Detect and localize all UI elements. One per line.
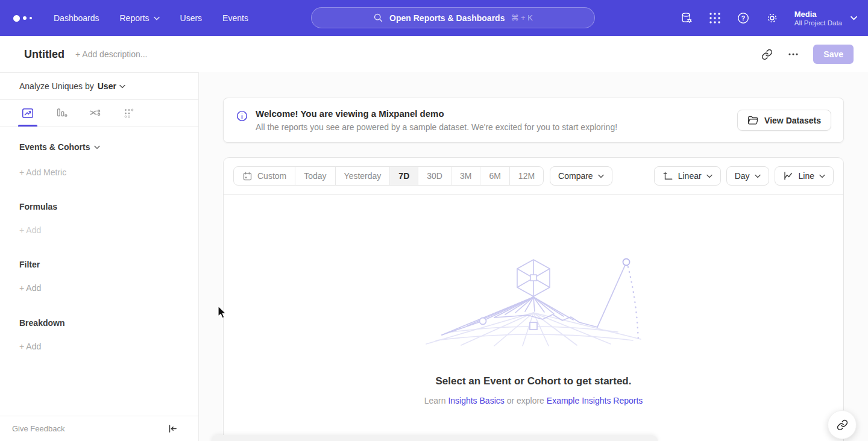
chart-toolbar: Custom Today Yesterday 7D 30D 3M 6M 12M … bbox=[224, 158, 843, 195]
banner-title: Welcome! You are viewing a Mixpanel demo bbox=[256, 108, 617, 119]
analyze-by-dropdown[interactable]: User bbox=[98, 81, 125, 91]
tab-line-chart[interactable] bbox=[18, 100, 37, 127]
save-button[interactable]: Save bbox=[813, 45, 854, 64]
chevron-down-icon bbox=[706, 174, 712, 178]
nav-item-events[interactable]: Events bbox=[222, 13, 248, 23]
view-datasets-button[interactable]: View Datasets bbox=[737, 110, 831, 131]
bottom-panel-edge bbox=[211, 435, 658, 441]
chart-type-label: Line bbox=[799, 171, 814, 181]
settings-gear-icon[interactable] bbox=[766, 11, 779, 25]
add-breakdown-button[interactable]: + Add bbox=[19, 342, 179, 351]
range-yesterday[interactable]: Yesterday bbox=[335, 167, 390, 185]
nav-links: Dashboards Reports Users Events bbox=[54, 13, 248, 23]
chevron-down-icon bbox=[119, 84, 125, 89]
chevron-down-icon bbox=[755, 174, 761, 178]
tab-metric-grid[interactable] bbox=[119, 100, 139, 127]
analyze-label: Analyze Uniques by bbox=[19, 81, 94, 91]
compare-button[interactable]: Compare bbox=[550, 166, 612, 186]
interval-dropdown[interactable]: Day bbox=[726, 166, 769, 186]
project-scope: All Project Data bbox=[794, 19, 842, 27]
top-nav: Dashboards Reports Users Events Open Rep… bbox=[0, 0, 868, 36]
range-7d[interactable]: 7D bbox=[389, 167, 418, 185]
report-header-actions: Save bbox=[756, 44, 854, 64]
add-filter-button[interactable]: + Add bbox=[19, 283, 179, 293]
empty-state: Select an Event or Cohort to get started… bbox=[224, 195, 843, 405]
nav-item-reports[interactable]: Reports bbox=[120, 13, 160, 23]
query-builder-sidebar: Analyze Uniques by User bbox=[0, 72, 199, 441]
data-management-icon[interactable] bbox=[680, 11, 693, 25]
search-placeholder: Open Reports & Dashboards bbox=[389, 13, 505, 23]
project-names: Media All Project Data bbox=[794, 10, 842, 27]
links-middle: or explore bbox=[507, 396, 544, 405]
chart-type-tabs bbox=[0, 100, 198, 127]
empty-state-title: Select an Event or Cohort to get started… bbox=[436, 375, 632, 387]
range-3m[interactable]: 3M bbox=[451, 167, 480, 185]
calendar-icon bbox=[242, 171, 253, 181]
give-feedback-link[interactable]: Give Feedback bbox=[12, 424, 64, 433]
nav-item-users[interactable]: Users bbox=[180, 13, 203, 23]
empty-state-links: Learn Insights Basics or explore Example… bbox=[424, 396, 643, 405]
tab-bar-chart[interactable] bbox=[52, 100, 71, 127]
insights-basics-link[interactable]: Insights Basics bbox=[448, 396, 504, 405]
breakdown-heading: Breakdown bbox=[19, 318, 179, 328]
project-name: Media bbox=[794, 10, 842, 19]
nav-item-label: Reports bbox=[120, 13, 149, 23]
logo-dot bbox=[30, 17, 32, 19]
view-datasets-label: View Datasets bbox=[764, 116, 821, 125]
range-30d[interactable]: 30D bbox=[418, 167, 451, 185]
line-chart-icon bbox=[21, 107, 34, 120]
project-selector[interactable]: Media All Project Data bbox=[794, 10, 857, 27]
range-6m[interactable]: 6M bbox=[480, 167, 509, 185]
analyze-row: Analyze Uniques by User bbox=[0, 73, 198, 100]
events-cohorts-heading[interactable]: Events & Cohorts bbox=[19, 142, 179, 152]
range-today[interactable]: Today bbox=[295, 167, 335, 185]
folder-icon bbox=[747, 115, 759, 125]
chevron-down-icon bbox=[819, 174, 825, 178]
collapse-sidebar-icon[interactable] bbox=[168, 424, 178, 434]
tab-flow-chart[interactable] bbox=[86, 100, 105, 127]
scale-dropdown[interactable]: Linear bbox=[654, 166, 721, 186]
banner-subtitle: All the reports you see are powered by a… bbox=[256, 122, 617, 132]
nav-item-label: Dashboards bbox=[54, 13, 99, 23]
section-label: Events & Cohorts bbox=[19, 142, 90, 152]
help-icon[interactable]: ? bbox=[737, 11, 750, 25]
chevron-down-icon bbox=[94, 145, 100, 149]
chart-type-dropdown[interactable]: Line bbox=[775, 166, 834, 186]
search-icon bbox=[373, 13, 383, 23]
range-custom[interactable]: Custom bbox=[234, 167, 295, 185]
logo-dot bbox=[13, 15, 20, 22]
share-link-fab[interactable] bbox=[828, 410, 857, 439]
toolbar-left: Custom Today Yesterday 7D 30D 3M 6M 12M … bbox=[233, 166, 612, 186]
section-label: Formulas bbox=[19, 202, 57, 211]
formulas-heading: Formulas bbox=[19, 202, 179, 211]
more-options-icon[interactable] bbox=[783, 44, 804, 64]
apps-grid-icon[interactable] bbox=[709, 12, 721, 24]
app-body: Analyze Uniques by User bbox=[0, 72, 868, 441]
global-search[interactable]: Open Reports & Dashboards ⌘ + K bbox=[311, 7, 595, 28]
mixpanel-logo[interactable] bbox=[13, 15, 32, 22]
example-reports-link[interactable]: Example Insights Reports bbox=[547, 396, 643, 405]
metric-grid-icon bbox=[122, 107, 136, 120]
report-description-input[interactable]: + Add description... bbox=[75, 49, 147, 59]
logo-dot bbox=[23, 16, 27, 20]
insights-report-card: Custom Today Yesterday 7D 30D 3M 6M 12M … bbox=[223, 157, 844, 441]
compare-label: Compare bbox=[558, 171, 593, 181]
info-icon bbox=[236, 110, 248, 125]
empty-state-illustration bbox=[419, 255, 648, 346]
line-type-icon bbox=[783, 170, 794, 181]
help-glyph: ? bbox=[741, 14, 745, 22]
report-title[interactable]: Untitled bbox=[24, 48, 64, 61]
add-metric-button[interactable]: + Add Metric bbox=[19, 167, 179, 177]
copy-link-icon[interactable] bbox=[756, 44, 777, 64]
nav-item-dashboards[interactable]: Dashboards bbox=[54, 13, 99, 23]
range-12m[interactable]: 12M bbox=[509, 167, 543, 185]
main-content: Welcome! You are viewing a Mixpanel demo… bbox=[199, 72, 868, 441]
range-label: Custom bbox=[257, 171, 286, 181]
chevron-down-icon bbox=[598, 174, 604, 178]
links-prefix: Learn bbox=[424, 396, 446, 405]
nav-item-label: Users bbox=[180, 13, 203, 23]
add-formula-button[interactable]: + Add bbox=[19, 225, 179, 235]
sidebar-footer: Give Feedback bbox=[0, 416, 198, 441]
linear-scale-icon bbox=[662, 170, 673, 181]
interval-label: Day bbox=[735, 171, 750, 181]
